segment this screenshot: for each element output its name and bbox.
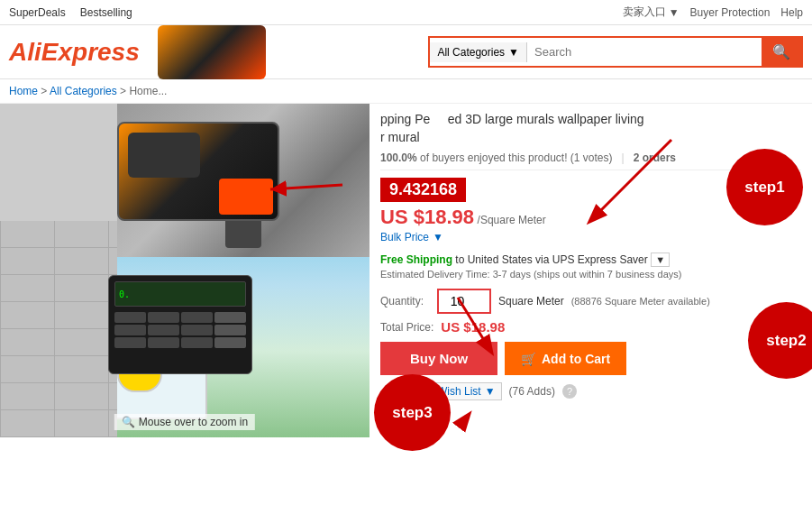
buy-now-button[interactable]: Buy Now [380,342,497,375]
step3-bubble: step3 [374,374,451,451]
top-nav-right: 卖家入口 ▼ Buyer Protection Help [623,5,803,20]
site-header: AliExpress All Categories ▼ 🔍 [0,25,812,79]
wishlist-arrow: ▼ [485,385,496,398]
product-details: pping Pe ed 3D large murals wallpaper li… [370,104,812,504]
quantity-unit: Square Meter [498,295,564,308]
top-navigation: SuperDeals Bestselling 卖家入口 ▼ Buyer Prot… [0,0,812,25]
delivery-time: Estimated Delivery Time: 3-7 days (ships… [380,269,801,280]
breadcrumb-home[interactable]: Home [9,85,38,97]
header-product-image [158,25,266,79]
breadcrumb: Home > All Categories > Home... [0,79,812,104]
seller-entry-arrow: ▼ [669,6,680,19]
shipping-carrier: to United States via UPS Express Saver [455,253,647,266]
title-suffix: ed 3D large murals wallpaper living [448,112,644,126]
bulk-price-arrow: ▼ [433,231,443,243]
title-second-line: r mural [380,130,420,144]
rating-percent: 100.0% of buyers enjoyed this product! (… [380,152,613,164]
categories-label: All Categories [437,46,505,59]
categories-arrow-icon: ▼ [508,46,519,59]
search-icon: 🔍 [772,44,790,60]
calculator-image: 0. [108,275,252,374]
main-image: 0. [0,104,370,437]
free-shipping-label: Free Shipping [380,253,452,266]
title-text: pping Pe [380,112,430,126]
product-images-section: 0. [0,104,370,504]
rating-desc: of buyers enjoyed this product! (1 votes… [420,152,612,164]
adds-count: (76 Adds) [509,385,555,398]
search-button[interactable]: 🔍 [762,38,801,66]
step2-label: step2 [766,332,806,350]
help-icon[interactable]: ? [562,384,577,399]
product-title: pping Pe ed 3D large murals wallpaper li… [380,111,801,146]
super-deals-link[interactable]: SuperDeals [9,6,66,19]
site-logo: AliExpress [9,38,140,67]
price-highlight-box: 9.432168 [380,178,466,202]
add-to-cart-button[interactable]: 🛒 Add to Cart [505,342,626,375]
bestselling-link[interactable]: Bestselling [80,6,132,19]
zoom-label: 🔍 Mouse over to zoom in [114,414,255,430]
step1-bubble: step1 [726,149,803,225]
per-unit: /Square Meter [478,214,546,226]
step1-label: step1 [744,179,784,197]
total-value: US $18.98 [441,319,505,335]
search-input[interactable] [527,41,762,62]
shipping-dropdown[interactable]: ▼ [651,252,670,267]
quantity-input[interactable] [437,289,491,314]
orders-count: 2 orders [634,152,676,164]
quantity-section: Quantity: Square Meter (88876 Square Met… [380,289,801,314]
main-price: US $18.98 [380,206,474,228]
tape-measure-image [117,122,279,221]
logo-text: AliExpress [9,38,140,66]
cart-icon: 🛒 [521,352,536,366]
shipping-section: Free Shipping to United States via UPS E… [380,249,801,283]
add-to-cart-label: Add to Cart [542,352,610,366]
breadcrumb-current: Home... [129,85,167,97]
quantity-available: (88876 Square Meter available) [571,296,710,307]
action-buttons: Buy Now 🛒 Add to Cart [380,342,801,375]
breadcrumb-sep2: > [120,85,129,97]
breadcrumb-all-categories[interactable]: All Categories [50,85,117,97]
rating-divider: | [622,152,625,164]
breadcrumb-sep1: > [41,85,50,97]
search-bar: All Categories ▼ 🔍 [428,36,803,68]
bulk-price[interactable]: Bulk Price ▼ [380,231,801,243]
brick-wall-left [0,221,117,437]
step3-label: step3 [392,404,432,422]
quantity-label: Quantity: [380,295,430,308]
top-nav-left: SuperDeals Bestselling [9,6,132,19]
buyer-protection-link[interactable]: Buyer Protection [690,6,771,19]
image-collage: 0. [0,104,370,437]
seller-entry-link[interactable]: 卖家入口 ▼ [623,5,680,20]
total-section: Total Price: US $18.98 [380,319,801,335]
zoom-icon: 🔍 [122,416,135,428]
help-link[interactable]: Help [780,6,803,19]
bulk-price-label: Bulk Price [380,231,429,243]
total-label: Total Price: [380,321,433,334]
seller-entry-label: 卖家入口 [623,5,666,20]
categories-dropdown[interactable]: All Categories ▼ [430,42,527,62]
zoom-text: Mouse over to zoom in [139,416,248,428]
